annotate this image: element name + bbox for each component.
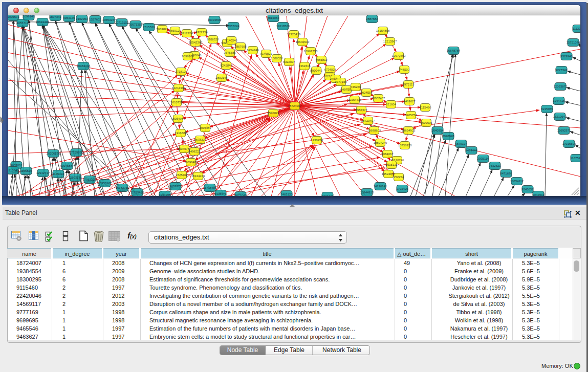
svg-text:15716485: 15716485	[203, 186, 217, 189]
svg-text:10653267: 10653267	[102, 18, 116, 21]
svg-text:20206536: 20206536	[47, 152, 60, 155]
svg-text:16648784: 16648784	[447, 49, 461, 52]
svg-text:9115460: 9115460	[420, 106, 432, 109]
svg-text:16033809: 16033809	[208, 18, 222, 21]
svg-text:9135571: 9135571	[214, 192, 227, 195]
svg-text:1362615: 1362615	[298, 64, 311, 68]
svg-text:8912954: 8912954	[181, 32, 193, 35]
svg-text:20053346: 20053346	[77, 64, 91, 68]
svg-text:6879197: 6879197	[455, 142, 467, 145]
svg-text:3624554: 3624554	[360, 91, 373, 94]
svg-text:19093489: 19093489	[184, 161, 198, 164]
svg-text:9963175: 9963175	[63, 16, 75, 19]
svg-text:18807249: 18807249	[374, 141, 387, 144]
svg-text:7986372: 7986372	[355, 108, 367, 112]
svg-text:1733426: 1733426	[396, 187, 408, 190]
svg-text:1610755: 1610755	[170, 101, 183, 104]
svg-text:9657771: 9657771	[169, 185, 182, 188]
svg-text:3675685: 3675685	[224, 51, 236, 54]
svg-text:20691406: 20691406	[36, 20, 50, 24]
svg-text:9245652: 9245652	[521, 188, 534, 191]
svg-text:7463120: 7463120	[280, 193, 293, 196]
svg-text:8215955: 8215955	[541, 107, 553, 111]
svg-text:1935359: 1935359	[199, 126, 211, 129]
svg-text:17359936: 17359936	[70, 151, 83, 154]
svg-text:9042611: 9042611	[533, 193, 545, 196]
svg-text:12923468: 12923468	[130, 191, 144, 194]
svg-text:9322754: 9322754	[195, 31, 208, 34]
svg-text:19654923: 19654923	[402, 129, 416, 132]
svg-text:8454749: 8454749	[247, 49, 259, 52]
svg-text:2867608: 2867608	[234, 45, 247, 48]
svg-text:16154808: 16154808	[376, 29, 390, 32]
svg-text:1916682: 1916682	[175, 132, 187, 135]
svg-text:8186328: 8186328	[207, 38, 219, 41]
svg-text:15751074: 15751074	[567, 41, 580, 44]
svg-text:2102953: 2102953	[76, 17, 88, 20]
svg-text:1640954: 1640954	[431, 129, 444, 132]
svg-text:7357224: 7357224	[227, 25, 239, 28]
svg-text:9684067: 9684067	[381, 152, 394, 156]
svg-text:6734028: 6734028	[324, 68, 336, 71]
svg-text:746266: 746266	[351, 85, 361, 89]
svg-text:5498222: 5498222	[188, 150, 201, 153]
svg-text:8678334: 8678334	[194, 138, 206, 141]
svg-text:15692971: 15692971	[557, 129, 571, 132]
svg-text:2530023: 2530023	[267, 112, 279, 115]
svg-text:9777169: 9777169	[335, 80, 347, 83]
svg-text:2803144: 2803144	[215, 76, 228, 79]
svg-text:9896108: 9896108	[182, 55, 194, 58]
svg-text:10654112: 10654112	[510, 180, 524, 183]
svg-text:12093872: 12093872	[554, 85, 568, 88]
svg-text:1244415: 1244415	[553, 99, 565, 102]
svg-text:9242848: 9242848	[220, 64, 232, 67]
svg-text:4055713: 4055713	[16, 21, 29, 25]
svg-text:12942737: 12942737	[36, 171, 50, 174]
svg-text:8672043: 8672043	[234, 194, 247, 196]
svg-text:621604: 621604	[386, 103, 397, 106]
svg-text:9146821: 9146821	[260, 52, 272, 55]
svg-text:19218506: 19218506	[276, 25, 290, 28]
svg-text:8990443: 8990443	[310, 69, 322, 72]
svg-text:1938454: 1938454	[311, 139, 323, 142]
svg-text:99975887: 99975887	[60, 164, 74, 167]
svg-text:18724007: 18724007	[288, 104, 302, 107]
svg-text:9329946: 9329946	[560, 55, 573, 58]
svg-text:9234968: 9234968	[159, 193, 171, 196]
svg-text:7625402: 7625402	[176, 173, 188, 177]
svg-text:748500: 748500	[399, 68, 410, 71]
svg-text:9465754: 9465754	[405, 114, 417, 117]
svg-text:1527602: 1527602	[89, 18, 101, 21]
svg-text:9140546: 9140546	[225, 39, 237, 42]
svg-text:8660124: 8660124	[169, 29, 181, 32]
svg-text:10756928: 10756928	[398, 144, 412, 147]
svg-text:1588520: 1588520	[271, 57, 283, 60]
svg-text:252254: 252254	[394, 176, 404, 179]
svg-text:12325419: 12325419	[287, 33, 301, 36]
svg-text:16914479: 16914479	[191, 174, 205, 178]
svg-text:7632621: 7632621	[489, 164, 501, 167]
svg-text:2718126: 2718126	[175, 70, 187, 73]
svg-text:14136141: 14136141	[374, 185, 387, 188]
svg-text:1145194: 1145194	[53, 172, 65, 176]
svg-text:17016504: 17016504	[562, 142, 576, 145]
svg-text:7955812: 7955812	[315, 58, 328, 61]
svg-text:2975115: 2975115	[403, 83, 415, 86]
svg-text:10719155: 10719155	[115, 21, 129, 24]
svg-text:9227342: 9227342	[555, 69, 568, 72]
svg-text:12213967: 12213967	[383, 40, 397, 43]
svg-text:10688609: 10688609	[367, 129, 381, 132]
svg-text:10844913: 10844913	[360, 191, 374, 194]
svg-text:8938928: 8938928	[442, 135, 454, 138]
svg-text:16958107: 16958107	[98, 182, 112, 185]
svg-text:9474444: 9474444	[465, 149, 477, 152]
svg-text:9463627: 9463627	[403, 100, 416, 103]
svg-text:10973493: 10973493	[392, 54, 406, 57]
svg-text:1112054: 1112054	[573, 27, 580, 30]
svg-text:8813054: 8813054	[267, 16, 279, 19]
svg-text:16671355: 16671355	[129, 23, 143, 26]
svg-text:16640910: 16640910	[296, 40, 310, 43]
svg-text:16782759: 16782759	[116, 186, 129, 189]
svg-text:7663822: 7663822	[156, 28, 168, 31]
svg-text:2887682: 2887682	[366, 17, 378, 20]
